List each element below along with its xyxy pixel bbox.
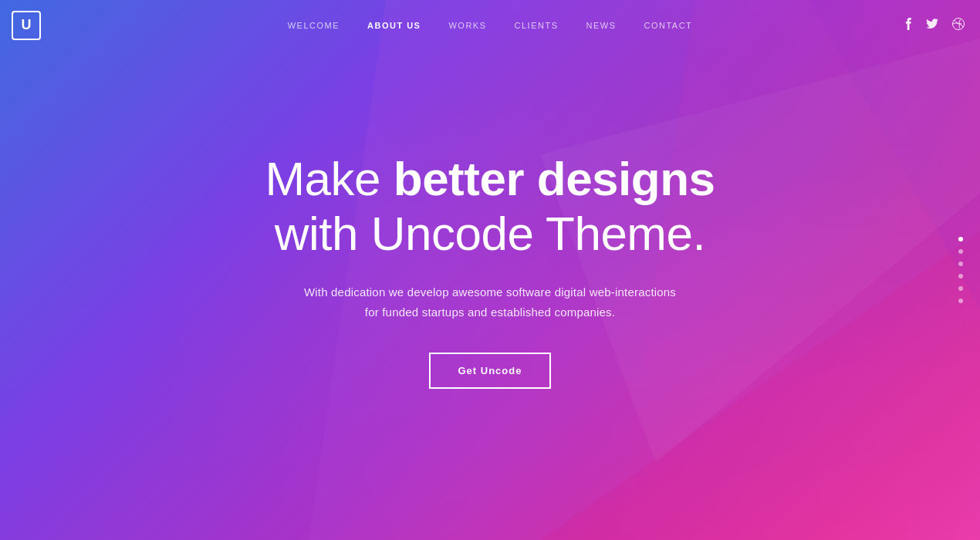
nav-about[interactable]: ABOUT US [367,21,421,30]
nav-clients[interactable]: CLIENTS [515,21,559,30]
subtext-line2: for funded startups and established comp… [365,305,615,319]
headline-bold-better: better [394,152,524,205]
side-navigation-dots [958,237,963,303]
social-links [905,18,965,32]
headline-bold-designs: designs [537,152,715,205]
logo[interactable]: U [12,11,41,40]
dribbble-icon[interactable] [952,18,965,32]
nav-links: WELCOME ABOUT US WORKS CLIENTS NEWS CONT… [288,21,693,30]
get-uncode-button[interactable]: Get Uncode [429,353,552,389]
dot-3[interactable] [958,262,963,266]
subtext-line1: With dedication we develop awesome softw… [304,285,676,299]
nav-works[interactable]: WORKS [448,21,486,30]
dot-5[interactable] [958,286,963,291]
nav-contact[interactable]: CONTACT [644,21,692,30]
dot-1[interactable] [958,237,963,241]
headline-part2: with Uncode Theme. [275,207,705,260]
facebook-icon[interactable] [905,18,912,32]
hero-headline: Make better designs with Uncode Theme. [265,151,715,262]
navbar: U WELCOME ABOUT US WORKS CLIENTS NEWS CO… [0,0,980,50]
headline-part1: Make better designs [265,152,715,205]
twitter-icon[interactable] [926,19,938,32]
logo-letter: U [22,17,32,33]
dot-4[interactable] [958,274,963,278]
nav-news[interactable]: NEWS [586,21,616,30]
dot-2[interactable] [958,249,963,254]
hero-subtext: With dedication we develop awesome softw… [265,282,715,322]
nav-welcome[interactable]: WELCOME [288,21,340,30]
hero-content: Make better designs with Uncode Theme. W… [265,151,715,390]
hero-section: U WELCOME ABOUT US WORKS CLIENTS NEWS CO… [0,0,980,540]
dot-6[interactable] [958,299,963,303]
